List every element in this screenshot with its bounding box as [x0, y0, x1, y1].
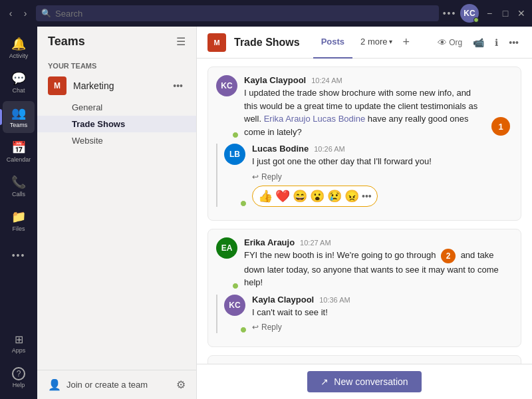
message-reply-2: KC Kayla Claypool 10:36 AM I can't wait …: [224, 295, 513, 334]
new-conv-icon: ↗: [321, 376, 329, 387]
team-name: Marketing: [73, 80, 164, 91]
join-team-label: Join or create a team: [66, 380, 148, 390]
left-nav: 🔔 Activity 💬 Chat 👥 Teams 📅 Calendar 📞 C…: [0, 27, 37, 399]
msg-author-reply-2: Kayla Claypool: [252, 295, 314, 305]
channel-avatar: M: [207, 33, 226, 52]
mention-erika[interactable]: Erika Araujo: [264, 114, 311, 124]
reaction-thumbs-up[interactable]: 👍: [258, 189, 273, 203]
avatar[interactable]: KC: [460, 4, 479, 23]
nav-files-label: Files: [12, 225, 25, 232]
nav-teams[interactable]: 👥 Teams: [3, 101, 35, 133]
online-indicator-2: [232, 283, 239, 289]
search-bar[interactable]: 🔍: [36, 5, 439, 21]
join-team-button[interactable]: 👤 Join or create a team: [48, 378, 148, 391]
minimize-button[interactable]: −: [484, 8, 495, 19]
msg-text-reply-2: I can't wait to see it!: [252, 306, 513, 319]
nav-help[interactable]: ? Help: [3, 362, 35, 394]
reaction-bar-1: 👍 ❤️ 😄 😮 😢 😠 •••: [252, 186, 378, 207]
nav-activity-label: Activity: [9, 53, 29, 59]
chat-icon: 💬: [11, 71, 26, 86]
new-conv-label: New conversation: [334, 376, 408, 387]
nav-calendar[interactable]: 📅 Calendar: [3, 136, 35, 168]
title-bar: ‹ › 🔍 ••• KC − □ ✕: [0, 0, 532, 27]
more-icon: •••: [12, 250, 26, 261]
search-input[interactable]: [55, 9, 434, 19]
msg-author-2: Erika Araujo: [244, 237, 295, 247]
reaction-angry[interactable]: 😠: [344, 189, 359, 203]
forward-button[interactable]: ›: [20, 8, 31, 19]
more-options-button[interactable]: •••: [444, 8, 455, 19]
calls-icon: 📞: [11, 175, 26, 190]
nav-chat[interactable]: 💬 Chat: [3, 66, 35, 98]
reaction-laugh[interactable]: 😄: [293, 189, 307, 203]
channel-list: General Trade Shows Website: [37, 99, 196, 149]
activity-icon: 🔔: [11, 37, 26, 51]
msg-time-reply-1: 10:26 AM: [314, 145, 344, 153]
section-label: Your teams: [37, 59, 196, 72]
video-button[interactable]: 📹: [470, 35, 487, 51]
sidebar-footer: 👤 Join or create a team ⚙: [37, 370, 196, 399]
nav-activity[interactable]: 🔔 Activity: [3, 32, 35, 64]
more-header-button[interactable]: •••: [506, 35, 521, 51]
msg-text-2: FYI the new booth is in! We're going to …: [244, 249, 513, 289]
team-more-button[interactable]: •••: [170, 79, 186, 92]
new-conversation-bar: ↗ New conversation: [197, 364, 532, 399]
mention-lucas[interactable]: Lucas Bodine: [313, 114, 365, 124]
reply-button-1[interactable]: ↩ Reply: [252, 171, 282, 183]
reply-icon: ↩: [252, 172, 259, 182]
new-conversation-button[interactable]: ↗ New conversation: [307, 371, 421, 392]
avatar-container-1: KC: [216, 75, 237, 138]
message-2: EA Erika Araujo 10:27 AM FYI the new boo…: [216, 237, 513, 289]
sidebar-header: Teams ☰: [37, 27, 196, 57]
add-tab-button[interactable]: +: [400, 33, 413, 52]
files-icon: 📁: [11, 209, 26, 224]
message-reply-1: LB Lucas Bodine 10:26 AM I just got one …: [224, 144, 513, 207]
reply-button-2[interactable]: ↩ Reply: [252, 321, 282, 333]
nav-apps[interactable]: ⊞ Apps: [3, 327, 35, 359]
back-button[interactable]: ‹: [5, 8, 16, 19]
nav-calendar-label: Calendar: [7, 156, 31, 163]
msg-header-reply-1: Lucas Bodine 10:26 AM: [252, 144, 513, 154]
content-area: M Trade Shows Posts 2 more ▾ + 👁 Org 📹 ℹ…: [197, 27, 532, 399]
message-thread-1: KC Kayla Claypool 10:24 AM I updated the…: [207, 66, 521, 221]
tab-posts[interactable]: Posts: [313, 27, 352, 59]
settings-button[interactable]: ⚙: [176, 378, 186, 391]
info-button[interactable]: ℹ: [492, 35, 501, 51]
close-button[interactable]: ✕: [516, 8, 527, 19]
nav-help-label: Help: [13, 382, 25, 388]
reaction-more-button[interactable]: •••: [362, 191, 372, 201]
org-label: Org: [449, 38, 462, 47]
nav-teams-label: Teams: [10, 122, 28, 128]
tab-more[interactable]: 2 more ▾: [352, 27, 400, 59]
team-avatar: M: [48, 76, 66, 95]
nav-files[interactable]: 📁 Files: [3, 205, 35, 237]
nav-calls[interactable]: 📞 Calls: [3, 170, 35, 202]
nested-reply-1: LB Lucas Bodine 10:26 AM I just got one …: [216, 144, 513, 207]
filter-button[interactable]: ☰: [176, 35, 186, 48]
org-icon: 👁: [438, 37, 447, 48]
maximize-button[interactable]: □: [500, 8, 511, 19]
channel-website[interactable]: Website: [37, 132, 196, 149]
help-icon: ?: [12, 367, 25, 380]
msg-time-reply-2: 10:36 AM: [319, 296, 350, 304]
msg-header-1: Kayla Claypool 10:24 AM: [244, 75, 482, 85]
badge-1: 1: [491, 117, 510, 136]
message-thread-2: EA Erika Araujo 10:27 AM FYI the new boo…: [207, 229, 521, 348]
msg-header-2: Erika Araujo 10:27 AM: [244, 237, 513, 247]
header-right: 👁 Org 📹 ℹ •••: [435, 35, 521, 51]
msg-body-2: Erika Araujo 10:27 AM FYI the new booth …: [244, 237, 513, 289]
messages-area[interactable]: KC Kayla Claypool 10:24 AM I updated the…: [197, 59, 532, 364]
tab-bar: Posts 2 more ▾ +: [313, 27, 412, 59]
team-marketing[interactable]: M Marketing •••: [37, 72, 196, 99]
channel-general[interactable]: General: [37, 99, 196, 116]
avatar-container-reply-2: KC: [224, 295, 245, 334]
reaction-sad[interactable]: 😢: [327, 189, 342, 203]
reaction-heart[interactable]: ❤️: [275, 189, 290, 203]
msg-header-reply-2: Kayla Claypool 10:36 AM: [252, 295, 513, 305]
reaction-surprised[interactable]: 😮: [310, 189, 325, 203]
nav-more[interactable]: •••: [3, 239, 35, 271]
channel-trade-shows[interactable]: Trade Shows: [37, 116, 196, 132]
nav-apps-label: Apps: [12, 347, 26, 354]
org-view-button[interactable]: 👁 Org: [435, 35, 465, 51]
msg-body-1: Kayla Claypool 10:24 AM I updated the tr…: [244, 75, 482, 138]
